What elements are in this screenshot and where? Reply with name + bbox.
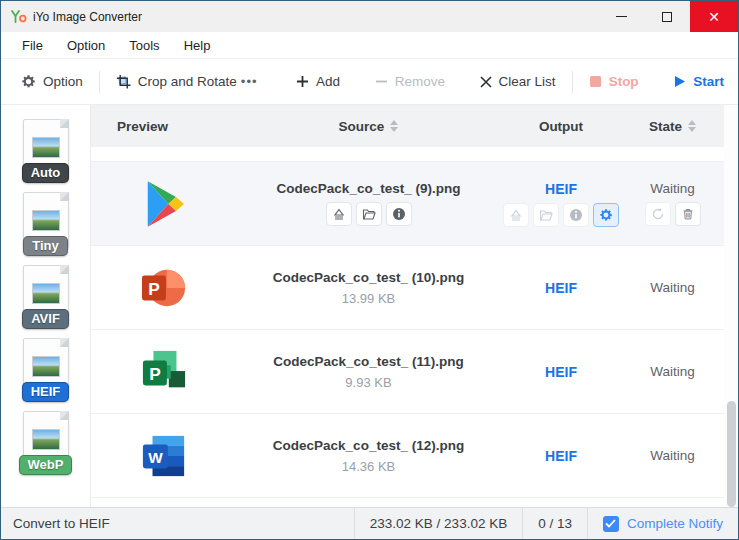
file-size: 14.36 KB	[342, 459, 396, 474]
format-sidebar: Auto Tiny AVIF HEIF WebP	[1, 105, 91, 507]
folder-icon	[539, 208, 553, 222]
sort-icon	[390, 120, 398, 132]
gear-icon	[599, 208, 613, 222]
output-info-button[interactable]	[563, 203, 589, 227]
gear-icon	[21, 74, 36, 89]
clear-list-button[interactable]: Clear List	[480, 74, 556, 89]
delete-button[interactable]	[675, 202, 701, 226]
output-format[interactable]: HEIF	[545, 181, 577, 197]
source-info-button[interactable]	[386, 202, 412, 226]
trash-icon	[681, 207, 695, 221]
window-title: iYo Image Converter	[33, 10, 142, 24]
file-table: Preview Source Output State	[91, 105, 738, 507]
file-name: CodecPack_co_test_ (9).png	[277, 181, 461, 196]
plus-icon	[296, 75, 309, 88]
minus-icon	[375, 75, 388, 88]
publisher-icon: P	[138, 346, 190, 398]
svg-text:W: W	[148, 448, 163, 465]
retry-button[interactable]	[645, 202, 671, 226]
header-state[interactable]: State	[621, 119, 724, 134]
format-auto-badge: Auto	[22, 163, 70, 183]
info-icon	[392, 207, 406, 221]
x-icon	[480, 76, 492, 88]
powerpoint-icon: P	[138, 262, 190, 314]
checkbox-checked-icon	[603, 516, 619, 532]
file-name: CodecPack_co_test_ (10).png	[273, 270, 464, 285]
vertical-scrollbar[interactable]	[724, 105, 738, 507]
maximize-button[interactable]	[644, 1, 690, 32]
file-size: 13.99 KB	[342, 291, 396, 306]
remove-button-label: Remove	[395, 74, 445, 89]
menu-bar: File Option Tools Help	[1, 32, 738, 59]
table-row[interactable]: P CodecPack_co_test_ (10).png 13.99 KB H…	[91, 246, 738, 330]
format-webp[interactable]: WebP	[19, 411, 73, 467]
header-source[interactable]: Source	[236, 119, 501, 134]
eject-icon	[509, 208, 523, 222]
crop-rotate-button[interactable]: Crop and Rotate	[116, 74, 237, 89]
table-row[interactable]: CodecPack_co_test_ (9).png	[91, 162, 738, 246]
remove-button[interactable]: Remove	[375, 74, 445, 89]
stop-button[interactable]: Stop	[589, 74, 639, 89]
file-state: Waiting	[650, 448, 695, 463]
stop-icon	[589, 75, 602, 88]
eject-icon	[332, 207, 346, 221]
option-button-label: Option	[43, 74, 83, 89]
menu-file[interactable]: File	[11, 34, 54, 57]
maximize-icon	[662, 12, 672, 22]
format-tiny[interactable]: Tiny	[19, 192, 73, 248]
menu-tools[interactable]: Tools	[118, 34, 170, 57]
option-button[interactable]: Option	[21, 74, 83, 89]
menu-option[interactable]: Option	[56, 34, 116, 57]
more-tools-button[interactable]: •••	[237, 74, 262, 89]
close-button[interactable]: ✕	[690, 1, 738, 32]
status-bar: Convert to HEIF 233.02 KB / 233.02 KB 0 …	[1, 507, 738, 539]
play-icon	[673, 75, 686, 88]
toolbar: Option Crop and Rotate ••• Add Remove	[1, 59, 738, 105]
add-button[interactable]: Add	[296, 74, 340, 89]
scrollbar-thumb[interactable]	[727, 401, 736, 507]
file-name: CodecPack_co_test_ (11).png	[273, 354, 464, 369]
format-avif[interactable]: AVIF	[19, 265, 73, 321]
table-row[interactable]: P CodecPack_co_test_ (11).png 9.93 KB HE…	[91, 330, 738, 414]
sort-icon	[688, 120, 696, 132]
format-avif-badge: AVIF	[22, 309, 69, 329]
close-icon: ✕	[708, 10, 720, 24]
folder-icon	[362, 207, 376, 221]
toolbar-separator	[572, 71, 573, 93]
output-eject-button[interactable]	[503, 203, 529, 227]
start-button[interactable]: Start	[673, 74, 724, 89]
format-auto[interactable]: Auto	[19, 119, 73, 175]
minimize-button[interactable]	[598, 1, 644, 32]
format-webp-badge: WebP	[19, 455, 73, 475]
source-open-folder-button[interactable]	[356, 202, 382, 226]
google-play-icon	[138, 178, 190, 230]
svg-text:P: P	[148, 278, 160, 298]
start-button-label: Start	[693, 74, 724, 89]
output-format[interactable]: HEIF	[545, 364, 577, 380]
output-open-folder-button[interactable]	[533, 203, 559, 227]
format-heif-badge: HEIF	[22, 382, 70, 402]
complete-notify-toggle[interactable]: Complete Notify	[587, 508, 738, 539]
partially-scrolled-row	[91, 147, 738, 162]
output-format[interactable]: HEIF	[545, 448, 577, 464]
file-size: 9.93 KB	[345, 375, 391, 390]
output-format[interactable]: HEIF	[545, 280, 577, 296]
refresh-icon	[651, 207, 665, 221]
menu-help[interactable]: Help	[173, 34, 222, 57]
file-state: Waiting	[650, 181, 695, 196]
app-window: iYo Image Converter ✕ File Option Tools …	[0, 0, 739, 540]
file-state: Waiting	[650, 280, 695, 295]
file-name: CodecPack_co_test_ (12).png	[273, 438, 464, 453]
size-progress: 233.02 KB / 233.02 KB	[354, 508, 522, 539]
table-row[interactable]: W CodecPack_co_test_ (12).png 14.36 KB H…	[91, 414, 738, 498]
toolbar-separator	[99, 71, 100, 93]
complete-notify-label: Complete Notify	[627, 516, 723, 531]
word-icon: W	[138, 430, 190, 482]
output-settings-button[interactable]	[593, 203, 619, 227]
table-header: Preview Source Output State	[91, 105, 738, 147]
add-button-label: Add	[316, 74, 340, 89]
source-eject-button[interactable]	[326, 202, 352, 226]
format-heif[interactable]: HEIF	[19, 338, 73, 394]
svg-text:P: P	[149, 363, 161, 383]
title-bar: iYo Image Converter ✕	[1, 1, 738, 32]
